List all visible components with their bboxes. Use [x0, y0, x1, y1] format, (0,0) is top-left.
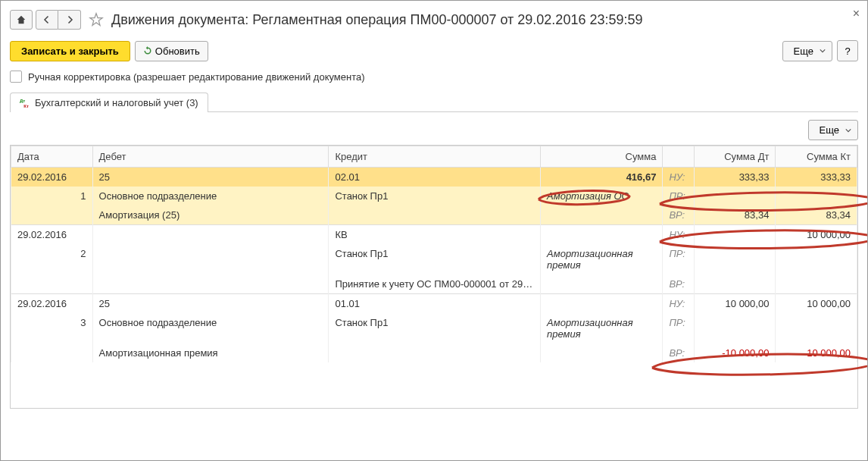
- svg-text:Дт: Дт: [20, 98, 25, 103]
- home-button[interactable]: [10, 10, 33, 30]
- star-icon: [89, 12, 104, 27]
- help-button[interactable]: ?: [837, 40, 858, 61]
- forward-button[interactable]: [58, 10, 81, 30]
- col-sum-kt[interactable]: Сумма Кт: [776, 146, 857, 168]
- table-row[interactable]: 3 Основное подразделение Станок Пр1 Амор…: [11, 313, 857, 343]
- svg-text:Кт: Кт: [23, 103, 29, 108]
- col-credit[interactable]: Кредит: [329, 146, 541, 168]
- table-row[interactable]: Амортизационная премия ВР: -10 000,00 -1…: [11, 343, 857, 362]
- chevron-down-icon: [845, 127, 851, 133]
- table-row[interactable]: 29.02.2016 КВ НУ: 10 000,00: [11, 225, 857, 245]
- col-date[interactable]: Дата: [11, 146, 93, 168]
- col-sum-dt[interactable]: Сумма Дт: [694, 146, 776, 168]
- arrow-left-icon: [42, 15, 52, 24]
- table-row[interactable]: 29.02.2016 25 01.01 НУ: 10 000,00 10 000…: [11, 294, 857, 314]
- back-button[interactable]: [36, 10, 58, 30]
- main-toolbar: Записать и закрыть Обновить Еще ?: [10, 37, 858, 69]
- table-row[interactable]: Принятие к учету ОС ПМ00-000001 от 29… В…: [11, 274, 857, 294]
- tab-strip: Дт Кт Бухгалтерский и налоговый учет (3): [10, 92, 858, 112]
- save-close-button[interactable]: Записать и закрыть: [10, 41, 130, 61]
- header-row: Дата Дебет Кредит Сумма Сумма Дт Сумма К…: [11, 146, 857, 168]
- refresh-button[interactable]: Обновить: [135, 41, 208, 61]
- arrow-right-icon: [65, 15, 74, 24]
- titlebar: Движения документа: Регламентная операци…: [10, 7, 858, 37]
- more-button[interactable]: Еще: [782, 41, 832, 61]
- favorite-button[interactable]: [87, 11, 105, 29]
- refresh-icon: [143, 46, 152, 55]
- window-title: Движения документа: Регламентная операци…: [111, 12, 642, 28]
- table-row[interactable]: Амортизация (25) ВР: 83,34 83,34: [11, 205, 857, 225]
- table-row[interactable]: 2 Станок Пр1 Амортизационная премия ПР:: [11, 244, 857, 274]
- dt-kt-icon: Дт Кт: [20, 98, 30, 108]
- col-tag: [663, 146, 694, 168]
- col-debit[interactable]: Дебет: [92, 146, 329, 168]
- home-icon: [16, 14, 27, 25]
- close-button[interactable]: ×: [853, 7, 860, 20]
- tab-accounting[interactable]: Дт Кт Бухгалтерский и налоговый учет (3): [10, 93, 208, 112]
- transactions-grid[interactable]: Дата Дебет Кредит Сумма Сумма Дт Сумма К…: [10, 145, 858, 409]
- table-row[interactable]: 1 Основное подразделение Станок Пр1 Амор…: [11, 187, 857, 205]
- manual-edit-row: Ручная корректировка (разрешает редактир…: [10, 69, 858, 92]
- app-window: × Движения документа: Регламентная опера…: [0, 0, 868, 461]
- chevron-down-icon: [820, 48, 826, 54]
- col-sum[interactable]: Сумма: [541, 146, 663, 168]
- manual-edit-checkbox[interactable]: [10, 71, 22, 83]
- grid-toolbar: Еще: [10, 112, 858, 145]
- manual-edit-label: Ручная корректировка (разрешает редактир…: [28, 71, 365, 83]
- grid-more-button[interactable]: Еще: [808, 120, 858, 140]
- table-row[interactable]: 29.02.2016 25 02.01 416,67 НУ: 333,33 33…: [11, 168, 857, 187]
